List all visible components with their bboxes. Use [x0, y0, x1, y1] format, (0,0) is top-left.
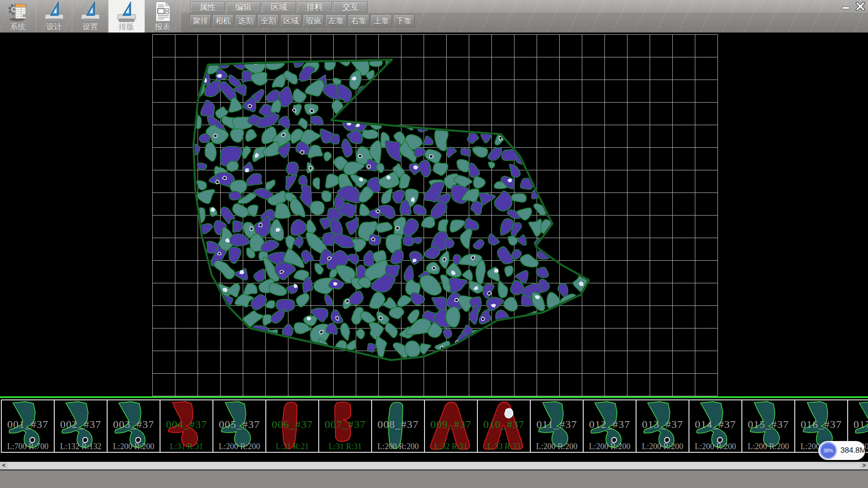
piece-lr-count-label: L:132 R:132: [55, 442, 107, 451]
launcher-item-layout-ruler[interactable]: 排版: [108, 0, 145, 33]
piece-thumbnail[interactable]: 001_#37L:700 R:700: [1, 399, 55, 453]
report-document-wrap: [152, 0, 174, 23]
menu-tab-0[interactable]: 属性: [190, 1, 225, 13]
piece-id-label: 007_#37: [319, 418, 371, 431]
piece-thumbnail[interactable]: 005_#37L:200 R:200: [212, 399, 266, 453]
settings-ruler-wrap: [80, 0, 101, 23]
launcher-item-label: 报表: [155, 23, 170, 32]
status-bar: [0, 469, 868, 488]
piece-thumbnail[interactable]: 002_#37L:132 R:132: [54, 399, 108, 453]
launcher-item-label: 设计: [47, 23, 62, 32]
piece-id-label: 006_#37: [266, 418, 318, 431]
piece-thumbnail[interactable]: 012_#37L:200 R:200: [583, 399, 637, 453]
launcher-item-design-ruler[interactable]: 设计: [36, 0, 72, 33]
launcher-item-settings-ruler[interactable]: 设置: [72, 0, 108, 33]
launcher-item-label: 系统: [10, 23, 26, 32]
launcher-item-report-document[interactable]: 报表: [145, 0, 181, 33]
piece-thumbnail[interactable]: 010_#37L:33 R:33: [477, 399, 531, 453]
progress-percent: 38%: [823, 448, 833, 453]
piece-id-label: 010_#37: [478, 418, 530, 431]
scroll-right-arrow-icon[interactable]: >: [860, 462, 868, 469]
tool-button-7[interactable]: 右靠: [348, 14, 369, 27]
tool-button-0[interactable]: 聚排: [190, 14, 211, 27]
launcher-item-label: 设置: [83, 23, 98, 32]
piece-thumbnail[interactable]: 006_#37L:21 R:21: [265, 399, 319, 453]
piece-thumbnail[interactable]: 011_#37L:200 R:200: [530, 399, 584, 453]
nesting-canvas-area[interactable]: [0, 33, 868, 397]
piece-lr-count-label: L:200 R:200: [531, 442, 583, 451]
app-window: 系统设计设置排版报表 属性编辑区域排料交互 聚排相机选割全割区域瑕疵左靠右靠上靠…: [0, 0, 868, 488]
tool-button-8[interactable]: 上靠: [371, 14, 392, 27]
scrollbar-thumb[interactable]: [8, 462, 860, 469]
tool-button-6[interactable]: 左靠: [326, 14, 347, 27]
close-button[interactable]: [854, 2, 866, 11]
tool-button-2[interactable]: 选割: [235, 14, 256, 27]
piece-id-label: 001_#37: [2, 418, 54, 431]
piece-thumbnail[interactable]: 004_#37L:31 R:31: [160, 399, 213, 453]
piece-id-label: 008_#37: [372, 418, 424, 431]
tool-button-5[interactable]: 瑕疵: [303, 14, 324, 27]
launcher-item-label: 排版: [119, 23, 134, 32]
tool-button-4[interactable]: 区域: [280, 14, 302, 27]
launcher-item-system-gear[interactable]: 系统: [0, 0, 36, 33]
piece-thumbnail-list: 001_#37L:700 R:700002_#37L:132 R:132003_…: [1, 399, 868, 453]
piece-thumbnail[interactable]: 013_#37L:200 R:200: [636, 399, 689, 453]
memory-usage-label: 384.8M: [840, 446, 866, 455]
set-square-icon: [116, 1, 137, 23]
piece-lr-count-label: L:700 R:700: [2, 442, 54, 451]
piece-thumbnail[interactable]: 007_#37L:31 R:31: [318, 399, 372, 453]
piece-id-label: 015_#37: [742, 418, 794, 431]
strip-scrollbar[interactable]: < >: [0, 462, 868, 469]
piece-lr-count-label: L:21 R:21: [266, 442, 318, 451]
system-gear-wrap: [7, 0, 29, 23]
minimize-icon: [841, 2, 851, 10]
piece-id-label: 005_#37: [213, 418, 265, 431]
piece-id-label: 011_#37: [531, 418, 583, 431]
menu-tab-3[interactable]: 排料: [297, 1, 332, 13]
piece-lr-count-label: L:200 R:200: [372, 442, 424, 451]
piece-thumbnail[interactable]: 014_#37L:200 R:200: [689, 399, 742, 453]
set-square-icon: [80, 1, 101, 23]
piece-lr-count-label: L:31 R:31: [160, 442, 212, 451]
nested-pieces-layer: [188, 52, 589, 359]
piece-lr-count-label: L:200 R:200: [213, 442, 265, 451]
piece-id-label: 013_#37: [637, 418, 689, 431]
close-icon: [855, 2, 866, 11]
piece-thumbnail[interactable]: 003_#37L:200 R:200: [107, 399, 160, 453]
piece-lr-count-label: L:200 R:200: [742, 442, 794, 451]
tool-button-9[interactable]: 下靠: [393, 14, 415, 27]
set-square-icon: [43, 1, 65, 23]
pieces-strip: 001_#37L:700 R:700002_#37L:132 R:132003_…: [0, 398, 868, 462]
window-controls: [840, 2, 866, 11]
module-launcher: 系统设计设置排版报表: [0, 0, 181, 33]
menu-tab-4[interactable]: 交互: [333, 1, 368, 13]
report-document-icon: [152, 1, 174, 23]
scroll-left-arrow-icon[interactable]: <: [0, 462, 8, 469]
tool-button-bar: 聚排相机选割全割区域瑕疵左靠右靠上靠下靠: [190, 14, 415, 27]
menu-tab-1[interactable]: 编辑: [226, 1, 260, 13]
menu-tab-bar: 属性编辑区域排料交互: [190, 1, 368, 13]
progress-indicator: 38% 384.8M: [818, 441, 865, 460]
piece-id-label: 014_#37: [689, 418, 741, 431]
piece-lr-count-label: L:200 R:200: [108, 442, 160, 451]
piece-thumbnail[interactable]: 008_#37L:200 R:200: [371, 399, 425, 453]
tool-button-3[interactable]: 全割: [258, 14, 279, 27]
piece-lr-count-label: L:200 R:200: [637, 442, 689, 451]
system-gear-icon: [7, 1, 29, 23]
tool-button-1[interactable]: 相机: [212, 14, 234, 27]
piece-id-label: 004_#37: [160, 418, 212, 431]
piece-lr-count-label: L:200 R:200: [584, 442, 636, 451]
piece-thumbnail[interactable]: 015_#37L:200 R:200: [741, 399, 795, 453]
minimize-button[interactable]: [840, 2, 852, 11]
piece-id-label: 016_#37: [795, 418, 847, 431]
piece-id-label: 002_#37: [55, 418, 107, 431]
piece-id-label: 017_#37: [848, 418, 868, 431]
piece-lr-count-label: L:200 R:200: [689, 442, 741, 451]
piece-lr-count-label: L:31 R:31: [319, 442, 371, 451]
piece-thumbnail[interactable]: 009_#37L:32 R:31: [424, 399, 478, 453]
menu-tab-2[interactable]: 区域: [262, 1, 296, 13]
piece-lr-count-label: L:32 R:31: [425, 442, 477, 451]
piece-lr-count-label: L:33 R:33: [478, 442, 530, 451]
layout-ruler-wrap: [116, 0, 137, 23]
nesting-canvas[interactable]: [0, 33, 868, 397]
